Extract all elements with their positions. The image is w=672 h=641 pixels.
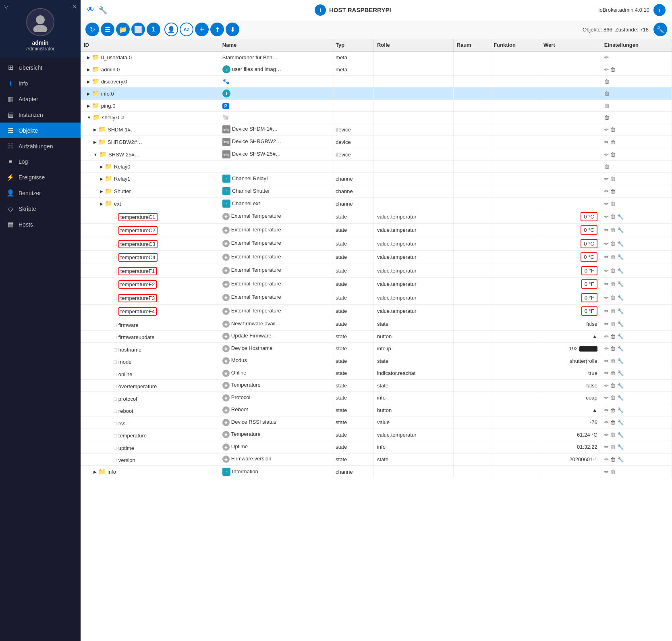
plus-button[interactable]: + [195,23,209,36]
edit-icon[interactable]: ✏ [604,176,609,182]
delete-icon[interactable]: 🗑 [610,395,616,401]
delete-icon[interactable]: 🗑 [610,201,616,207]
collapse-icon[interactable]: ▼ [93,152,97,157]
close-button[interactable]: × [73,3,77,10]
wrench-icon[interactable]: 🔧 [617,370,624,376]
edit-icon[interactable]: ✏ [604,127,609,133]
edit-icon[interactable]: ✏ [604,214,609,220]
sidebar-item-uebersicht[interactable]: ⊞ Übersicht [0,60,81,75]
delete-icon[interactable]: 🗑 [610,321,616,327]
edit-icon[interactable]: ✏ [604,345,609,352]
screen-button[interactable]: ⬜ [131,23,145,36]
edit-icon[interactable]: ✏ [604,295,609,301]
edit-icon[interactable]: ✏ [604,254,609,260]
edit-icon[interactable]: ✏ [604,370,609,376]
eye-button[interactable]: 👁 [87,6,94,14]
sidebar-item-aufzaehlungen[interactable]: ☵ Aufzählungen [0,138,81,154]
edit-icon[interactable]: ✏ [604,321,609,327]
delete-icon[interactable]: 🗑 [610,469,616,475]
edit-icon[interactable]: ✏ [604,333,609,339]
sidebar-item-info[interactable]: ℹ Info [0,75,81,91]
delete-icon[interactable]: 🗑 [610,358,616,364]
edit-icon[interactable]: ✏ [604,139,609,145]
edit-icon[interactable]: ✏ [604,268,609,274]
delete-icon[interactable]: 🗑 [610,419,616,425]
expand-icon[interactable]: ▶ [87,79,90,84]
sidebar-item-adapter[interactable]: ▦ Adapter [0,91,81,107]
sidebar-item-objekte[interactable]: ☰ Objekte [0,123,81,138]
edit-icon[interactable]: ✏ [604,456,609,462]
expand-icon[interactable]: ▶ [93,140,97,144]
delete-icon[interactable]: 🗑 [610,127,616,133]
wrench-icon[interactable]: 🔧 [617,254,624,260]
upload-button[interactable]: ⬆ [210,23,224,36]
num1-button[interactable]: 1 [147,23,160,36]
delete-icon[interactable]: 🗑 [610,456,616,462]
expand-icon[interactable]: ▶ [87,67,90,72]
expand-icon[interactable]: ▶ [100,177,103,181]
wrench-icon[interactable]: 🔧 [617,268,624,274]
copy-icon[interactable]: ⧉ [121,114,124,120]
wrench-icon[interactable]: 🔧 [617,395,624,401]
topbar-wrench-button[interactable]: 🔧 [98,6,107,15]
expand-icon[interactable]: ▶ [100,189,103,194]
toolbar-wrench-button[interactable]: 🔧 [653,23,667,36]
wrench-icon[interactable]: 🔧 [617,281,624,287]
delete-icon[interactable]: 🗑 [604,114,610,121]
sidebar-item-hosts[interactable]: ▤ Hosts [0,216,81,232]
folder-button[interactable]: 📁 [116,23,130,36]
list-button[interactable]: ☰ [101,23,114,36]
edit-icon[interactable]: ✏ [604,383,609,389]
expand-icon[interactable]: ▶ [93,470,97,474]
delete-icon[interactable]: 🗑 [610,370,616,376]
wrench-icon[interactable]: 🔧 [617,227,624,233]
delete-icon[interactable]: 🗑 [610,345,616,352]
wrench-icon[interactable]: 🔧 [617,321,624,327]
wrench-icon[interactable]: 🔧 [617,444,624,450]
edit-icon[interactable]: ✏ [604,281,609,287]
edit-icon[interactable]: ✏ [604,201,609,207]
delete-icon[interactable]: 🗑 [610,139,616,145]
edit-icon[interactable]: ✏ [604,67,609,73]
delete-icon[interactable]: 🗑 [610,308,616,314]
wrench-icon[interactable]: 🔧 [617,407,624,413]
sidebar-item-log[interactable]: ≡ Log [0,154,81,169]
delete-icon[interactable]: 🗑 [610,227,616,233]
delete-icon[interactable]: 🗑 [610,444,616,450]
expand-icon[interactable]: ▶ [93,127,97,132]
wrench-icon[interactable]: 🔧 [617,295,624,301]
wrench-icon[interactable]: 🔧 [617,345,624,352]
delete-icon[interactable]: 🗑 [610,67,616,73]
delete-icon[interactable]: 🗑 [610,407,616,413]
wrench-icon[interactable]: 🔧 [617,308,624,314]
expand-icon[interactable]: ▶ [100,164,103,169]
delete-icon[interactable]: 🗑 [610,254,616,260]
sidebar-item-skripte[interactable]: ◇ Skripte [0,201,81,216]
wrench-icon[interactable]: 🔧 [617,358,624,364]
edit-icon[interactable]: ✏ [604,407,609,413]
edit-icon[interactable]: ✏ [604,395,609,401]
delete-icon[interactable]: 🗑 [604,91,610,97]
edit-icon[interactable]: ✏ [604,227,609,233]
expand-icon[interactable]: ▶ [87,55,90,60]
collapse-icon[interactable]: ▼ [87,115,91,120]
delete-icon[interactable]: 🗑 [610,188,616,194]
delete-icon[interactable]: 🗑 [610,268,616,274]
expand-icon[interactable]: ▶ [87,92,90,96]
edit-icon[interactable]: ✏ [604,358,609,364]
edit-icon[interactable]: ✏ [604,152,609,158]
sidebar-item-ereignisse[interactable]: ⚡ Ereignisse [0,169,81,185]
az-button[interactable]: AZ [180,23,193,36]
edit-icon[interactable]: ✏ [604,469,609,475]
delete-icon[interactable]: 🗑 [610,333,616,339]
edit-icon[interactable]: ✏ [604,188,609,194]
delete-icon[interactable]: 🗑 [604,164,610,170]
wrench-icon[interactable]: 🔧 [617,333,624,339]
person-button[interactable]: 👤 [164,23,178,36]
edit-icon[interactable]: ✏ [604,444,609,450]
delete-icon[interactable]: 🗑 [610,214,616,220]
delete-icon[interactable]: 🗑 [604,103,610,109]
wrench-icon[interactable]: 🔧 [617,383,624,389]
wrench-icon[interactable]: 🔧 [617,214,624,220]
delete-icon[interactable]: 🗑 [610,432,616,438]
